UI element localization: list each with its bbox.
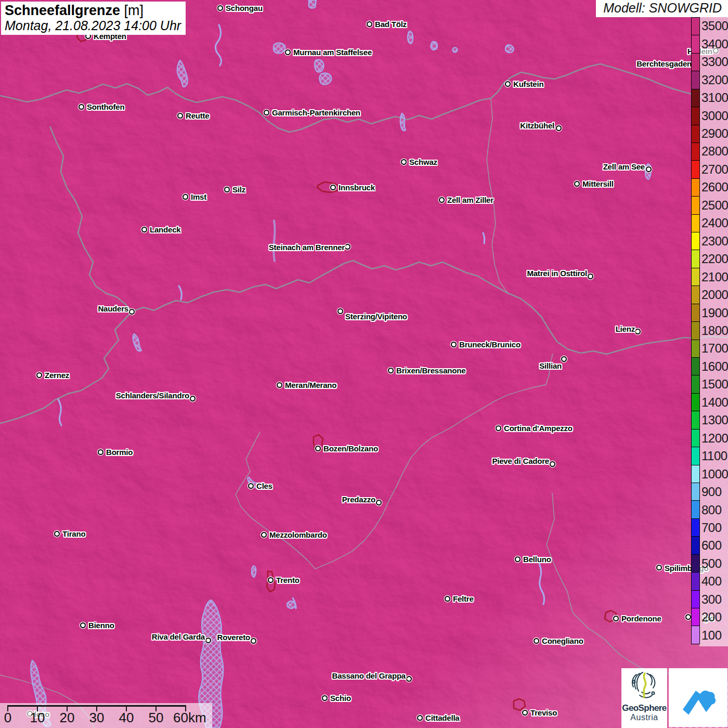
city-marker-dot	[183, 194, 188, 200]
colorbar-segment	[692, 572, 699, 590]
colorbar	[691, 17, 700, 644]
scale-bar-number: 60km	[173, 710, 206, 726]
city-label: Bad Tölz	[375, 20, 407, 29]
colorbar-tick-label: 200	[701, 610, 722, 624]
city-label: Bruneck/Brunico	[459, 340, 521, 349]
model-box: Modell: SNOWGRID	[596, 0, 728, 17]
city-marker-dot	[534, 638, 539, 644]
scale-bar-number: 50	[149, 710, 164, 726]
colorbar-segment	[692, 375, 699, 393]
colorbar-tick-label: 3200	[701, 73, 728, 87]
geosphere-logo-country: Austria	[621, 713, 667, 722]
scale-bar-number: 10	[30, 710, 45, 726]
city-label: Mezzolombardo	[269, 530, 327, 539]
city-marker-dot	[439, 197, 445, 203]
city-label: Silz	[232, 185, 245, 194]
city-marker-dot	[635, 329, 641, 334]
city-marker-dot	[285, 49, 291, 55]
city-marker-dot	[54, 531, 60, 537]
city-marker-dot	[264, 110, 269, 115]
city-label: Meran/Merano	[285, 381, 336, 389]
colorbar-tick-label: 1600	[701, 360, 728, 373]
mountain-logo-icon	[678, 680, 719, 716]
city-marker-dot	[177, 113, 183, 119]
city-label: Bienno	[88, 621, 114, 630]
city-marker-dot	[496, 425, 501, 431]
city-layer: SchongauBad TölzKemptenMurnau am Staffel…	[0, 0, 728, 728]
geosphere-logo-box: GeoSphere Austria	[621, 668, 667, 728]
colorbar-tick-label: 1300	[701, 413, 728, 427]
city-marker-dot	[261, 532, 267, 538]
colorbar-segment	[692, 196, 699, 214]
colorbar-segment	[692, 142, 699, 160]
colorbar-segment	[692, 447, 699, 464]
colorbar-tick-label: 1400	[701, 396, 728, 409]
colorbar-segment	[692, 35, 699, 53]
city-marker-dot	[79, 104, 84, 110]
city-label: Reutte	[186, 111, 209, 120]
city-marker-dot	[588, 274, 593, 279]
colorbar-tick-label: 1200	[701, 432, 728, 445]
city-marker-dot	[98, 449, 103, 455]
city-marker-dot	[277, 382, 282, 388]
colorbar-segment	[692, 18, 699, 35]
city-label: Schongau	[226, 4, 263, 12]
colorbar-tick-label: 300	[701, 593, 722, 606]
city-marker-dot	[322, 695, 328, 701]
colorbar-segment	[692, 53, 699, 71]
city-label: Murnau am Staffelsee	[293, 48, 372, 57]
city-marker-dot	[217, 5, 223, 11]
city-label: Pieve di Cadore	[492, 457, 549, 465]
colorbar-segment	[692, 125, 699, 142]
tirol-logo-box	[669, 668, 727, 727]
city-marker-dot	[80, 622, 86, 628]
city-marker-dot	[522, 710, 528, 716]
city-marker-dot	[656, 565, 662, 570]
city-label: Mittersill	[582, 179, 614, 188]
city-label: Treviso	[530, 708, 557, 717]
colorbar-segment	[692, 214, 699, 232]
city-marker-dot	[561, 356, 567, 362]
colorbar-tick-label: 900	[701, 485, 722, 499]
colorbar-tick-label: 1800	[701, 324, 728, 337]
colorbar-segment	[692, 483, 699, 500]
colorbar-tick-label: 1000	[701, 467, 728, 481]
city-label: Imst	[191, 192, 206, 201]
scale-bar-number: 0	[4, 710, 11, 726]
colorbar-segment	[692, 411, 699, 428]
colorbar-tick-label: 100	[701, 629, 722, 642]
city-marker-dot	[388, 368, 394, 373]
city-marker-dot	[36, 372, 42, 378]
city-marker-dot	[613, 616, 619, 621]
title-parameter: Schneefallgrenze	[5, 3, 120, 18]
colorbar-tick-label: 3300	[701, 55, 728, 69]
city-label: Schlanders/Silandro	[116, 391, 189, 400]
city-marker-dot	[345, 244, 350, 250]
colorbar-tick-label: 2900	[701, 127, 728, 140]
colorbar-segment	[692, 250, 699, 267]
scale-bar-number: 40	[119, 710, 134, 726]
city-marker-dot	[367, 21, 372, 27]
city-label: Pordenone	[621, 614, 661, 623]
colorbar-segment	[692, 429, 699, 447]
model-label: Modell: SNOWGRID	[603, 1, 722, 15]
city-label: Zell am Ziller	[447, 196, 493, 204]
city-label: Zell am See	[603, 162, 645, 171]
city-label: Sillian	[539, 361, 562, 370]
colorbar-segment	[692, 178, 699, 196]
city-marker-dot	[268, 577, 274, 583]
city-label: Bassano del Grappa	[332, 671, 406, 680]
city-marker-dot	[337, 308, 343, 314]
city-marker-dot	[376, 500, 382, 505]
city-marker-dot	[646, 166, 652, 172]
city-label: Conegliano	[542, 636, 583, 645]
city-label: Schio	[330, 694, 351, 703]
city-label: Bormio	[106, 448, 133, 457]
colorbar-tick-label: 1100	[701, 449, 727, 463]
colorbar-segment	[692, 357, 699, 375]
city-label: Cittadella	[425, 713, 460, 722]
city-marker-dot	[574, 181, 580, 187]
city-label: Steinach am Brenner	[269, 243, 345, 252]
geosphere-logo-icon	[629, 671, 660, 700]
colorbar-tick-label: 2700	[701, 163, 728, 176]
